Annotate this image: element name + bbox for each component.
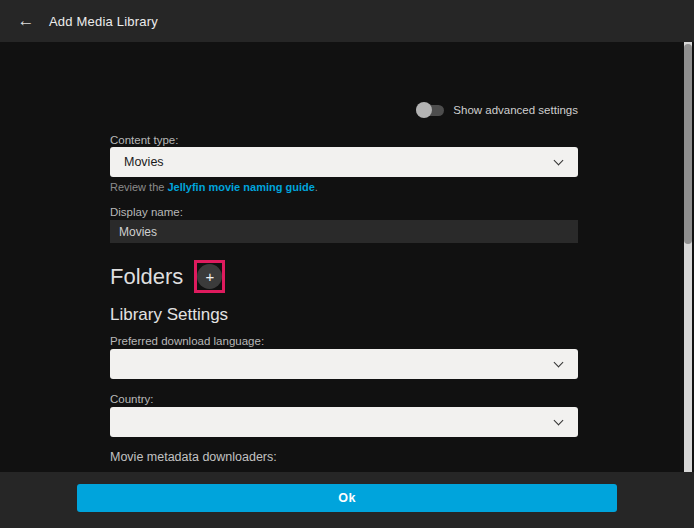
chevron-down-icon bbox=[554, 358, 564, 368]
show-advanced-settings-toggle-row[interactable]: Show advanced settings bbox=[416, 102, 578, 118]
display-name-label: Display name: bbox=[110, 206, 183, 218]
preferred-language-select[interactable] bbox=[110, 349, 578, 379]
add-folder-button[interactable]: + bbox=[197, 264, 222, 289]
page-title: Add Media Library bbox=[49, 14, 158, 29]
ok-button[interactable]: Ok bbox=[77, 484, 617, 512]
plus-icon: + bbox=[205, 268, 214, 285]
add-media-library-screen: ← Add Media Library Show advanced settin… bbox=[0, 0, 694, 528]
vertical-scrollbar[interactable] bbox=[684, 42, 692, 472]
footer-bar: Ok bbox=[0, 472, 694, 528]
add-folder-highlight-box: + bbox=[194, 260, 225, 293]
metadata-downloaders-label: Movie metadata downloaders: bbox=[110, 450, 277, 464]
naming-guide-prefix: Review the bbox=[110, 181, 167, 193]
content-type-label: Content type: bbox=[110, 134, 178, 146]
country-select[interactable] bbox=[110, 407, 578, 437]
scrollbar-thumb[interactable] bbox=[684, 44, 692, 244]
naming-guide-helper: Review the Jellyfin movie naming guide. bbox=[110, 181, 318, 193]
naming-guide-link[interactable]: Jellyfin movie naming guide bbox=[167, 181, 314, 193]
folders-section-header: Folders + bbox=[110, 260, 225, 293]
country-label: Country: bbox=[110, 393, 153, 405]
back-button[interactable]: ← bbox=[13, 8, 39, 34]
form-scroll-area: Show advanced settings Content type: Mov… bbox=[0, 42, 694, 472]
preferred-language-label: Preferred download language: bbox=[110, 335, 264, 347]
naming-guide-suffix: . bbox=[315, 181, 318, 193]
content-type-value: Movies bbox=[124, 155, 164, 169]
folders-heading: Folders bbox=[110, 264, 183, 290]
back-arrow-icon: ← bbox=[18, 11, 35, 31]
app-header: ← Add Media Library bbox=[0, 0, 694, 42]
show-advanced-settings-label: Show advanced settings bbox=[453, 104, 578, 116]
display-name-input[interactable] bbox=[110, 220, 578, 243]
toggle-switch-icon[interactable] bbox=[416, 102, 444, 118]
content-type-select[interactable]: Movies bbox=[110, 147, 578, 177]
chevron-down-icon bbox=[554, 416, 564, 426]
library-settings-heading: Library Settings bbox=[110, 305, 228, 325]
chevron-down-icon bbox=[554, 156, 564, 166]
